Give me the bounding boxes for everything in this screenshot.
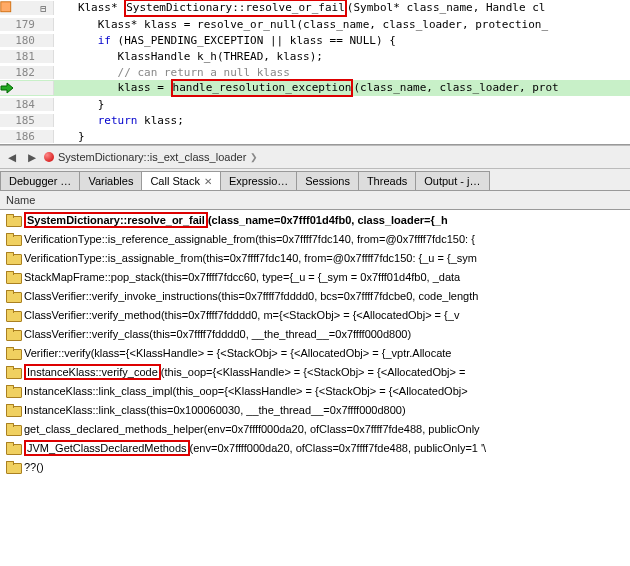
- stack-frame[interactable]: ClassVerifier::verify_method (this=0x7ff…: [0, 305, 630, 324]
- tab-callstack[interactable]: Call Stack✕: [141, 171, 221, 190]
- frame-function-name: Verifier::verify: [24, 347, 91, 359]
- code-text[interactable]: Klass* SystemDictionary::resolve_or_fail…: [54, 0, 630, 17]
- frame-function-name: JVM_GetClassDeclaredMethods: [24, 440, 190, 456]
- tab-close-icon[interactable]: ✕: [204, 176, 212, 187]
- stack-frame[interactable]: ClassVerifier::verify_class (this=0x7fff…: [0, 324, 630, 343]
- line-number: 181: [11, 50, 35, 63]
- nav-back-button[interactable]: ◄: [4, 149, 20, 165]
- code-text[interactable]: }: [54, 98, 630, 111]
- frame-folder-icon: [6, 233, 20, 244]
- frame-function-name: ??: [24, 461, 36, 473]
- code-editor[interactable]: ⊟ Klass* SystemDictionary::resolve_or_fa…: [0, 0, 630, 145]
- line-number: 182: [11, 66, 35, 79]
- breadcrumb-nav: ◄ ► SystemDictionary::is_ext_class_loade…: [0, 145, 630, 169]
- code-line[interactable]: 186 }: [0, 128, 630, 144]
- breakpoint-marker-icon: [44, 152, 54, 162]
- frame-folder-icon: [6, 309, 20, 320]
- chevron-right-icon[interactable]: ❯: [250, 152, 258, 162]
- frame-args: (this_oop={<KlassHandle> = {<StackObj> =…: [161, 366, 466, 378]
- frame-function-name: VerificationType::is_reference_assignabl…: [24, 233, 255, 245]
- frame-args: (this=0x7ffff7fdddd0, bcs=0x7ffff7fdcbe0…: [218, 290, 479, 302]
- frame-function-name: StackMapFrame::pop_stack: [24, 271, 161, 283]
- frame-function-name: InstanceKlass::verify_code: [24, 364, 161, 380]
- code-text[interactable]: // can return a null klass: [54, 66, 630, 79]
- frame-args: (env=0x7ffff000da20, ofClass=0x7ffff7fde…: [190, 442, 487, 454]
- stack-frame[interactable]: VerificationType::is_assignable_from (th…: [0, 248, 630, 267]
- frame-function-name: VerificationType::is_assignable_from: [24, 252, 203, 264]
- stack-frame[interactable]: JVM_GetClassDeclaredMethods (env=0x7ffff…: [0, 438, 630, 457]
- frame-args: (this_oop={<KlassHandle> = {<StackObj> =…: [173, 385, 468, 397]
- current-line-arrow-icon: [0, 81, 14, 95]
- line-number: 180: [11, 34, 35, 47]
- code-line[interactable]: 185 return klass;: [0, 112, 630, 128]
- stack-frame[interactable]: ?? (): [0, 457, 630, 476]
- tab-variables[interactable]: Variables: [79, 171, 142, 190]
- frame-args: (this=0x100060030, __the_thread__=0x7fff…: [146, 404, 405, 416]
- fold-toggle[interactable]: ⊟: [37, 3, 49, 14]
- code-line[interactable]: 184 }: [0, 96, 630, 112]
- code-text[interactable]: Klass* klass = resolve_or_null(class_nam…: [54, 18, 630, 31]
- frame-args: (env=0x7ffff000da20, ofClass=0x7ffff7fde…: [204, 423, 480, 435]
- stack-frame[interactable]: InstanceKlass::verify_code (this_oop={<K…: [0, 362, 630, 381]
- frame-args: (this=0x7ffff7fdcc60, type={_u = {_sym =…: [161, 271, 460, 283]
- code-text[interactable]: return klass;: [54, 114, 630, 127]
- debug-tabs: Debugger …VariablesCall Stack✕Expressio……: [0, 169, 630, 191]
- line-number: 185: [11, 114, 35, 127]
- frame-function-name: ClassVerifier::verify_method: [24, 309, 161, 321]
- frame-args: (klass={<KlassHandle> = {<StackObj> = {<…: [91, 347, 452, 359]
- frame-args: (this=0x7ffff7fdc140, from=@0x7ffff7fdc1…: [203, 252, 477, 264]
- code-text[interactable]: }: [54, 130, 630, 143]
- stack-frame[interactable]: StackMapFrame::pop_stack (this=0x7ffff7f…: [0, 267, 630, 286]
- code-line[interactable]: 180 if (HAS_PENDING_EXCEPTION || klass =…: [0, 32, 630, 48]
- frame-folder-icon: [6, 328, 20, 339]
- line-number: 186: [11, 130, 35, 143]
- stack-frame[interactable]: ClassVerifier::verify_invoke_instruction…: [0, 286, 630, 305]
- code-line[interactable]: 179 Klass* klass = resolve_or_null(class…: [0, 16, 630, 32]
- frame-args: (this=0x7ffff7fdddd0, __the_thread__=0x7…: [149, 328, 411, 340]
- stack-frame[interactable]: InstanceKlass::link_class_impl (this_oop…: [0, 381, 630, 400]
- frame-folder-icon: [6, 366, 20, 377]
- stack-frame[interactable]: get_class_declared_methods_helper (env=0…: [0, 419, 630, 438]
- stack-column-header[interactable]: Name: [0, 191, 630, 210]
- line-number: 179: [11, 18, 35, 31]
- code-text[interactable]: KlassHandle k_h(THREAD, klass);: [54, 50, 630, 63]
- frame-folder-icon: [6, 461, 20, 472]
- frame-function-name: ClassVerifier::verify_class: [24, 328, 149, 340]
- code-text[interactable]: if (HAS_PENDING_EXCEPTION || klass == NU…: [54, 34, 630, 47]
- code-line[interactable]: ⊟ Klass* SystemDictionary::resolve_or_fa…: [0, 0, 630, 16]
- code-text[interactable]: klass = handle_resolution_exception(clas…: [54, 79, 630, 97]
- tab-debugger[interactable]: Debugger …: [0, 171, 80, 190]
- code-line[interactable]: 182 // can return a null klass: [0, 64, 630, 80]
- frame-folder-icon: [6, 385, 20, 396]
- stack-frame[interactable]: Verifier::verify (klass={<KlassHandle> =…: [0, 343, 630, 362]
- code-line[interactable]: 181 KlassHandle k_h(THREAD, klass);: [0, 48, 630, 64]
- frame-function-name: ClassVerifier::verify_invoke_instruction…: [24, 290, 218, 302]
- frame-folder-icon: [6, 423, 20, 434]
- call-stack-list[interactable]: SystemDictionary::resolve_or_fail (class…: [0, 210, 630, 476]
- frame-function-name: InstanceKlass::link_class: [24, 404, 146, 416]
- frame-folder-icon: [6, 214, 20, 225]
- frame-folder-icon: [6, 252, 20, 263]
- frame-folder-icon: [6, 404, 20, 415]
- breadcrumb-label[interactable]: SystemDictionary::is_ext_class_loader: [58, 151, 246, 163]
- frame-folder-icon: [6, 442, 20, 453]
- frame-folder-icon: [6, 347, 20, 358]
- tab-expressio[interactable]: Expressio…: [220, 171, 297, 190]
- svg-rect-0: [1, 2, 11, 12]
- stack-frame[interactable]: VerificationType::is_reference_assignabl…: [0, 229, 630, 248]
- stack-frame[interactable]: SystemDictionary::resolve_or_fail (class…: [0, 210, 630, 229]
- code-line[interactable]: klass = handle_resolution_exception(clas…: [0, 80, 630, 96]
- tab-threads[interactable]: Threads: [358, 171, 416, 190]
- frame-function-name: InstanceKlass::link_class_impl: [24, 385, 173, 397]
- tab-sessions[interactable]: Sessions: [296, 171, 359, 190]
- tab-outputj[interactable]: Output - j…: [415, 171, 489, 190]
- frame-function-name: SystemDictionary::resolve_or_fail: [24, 212, 208, 228]
- frame-args: (this=0x7ffff7fdc140, from=@0x7ffff7fdc1…: [255, 233, 475, 245]
- stack-frame[interactable]: InstanceKlass::link_class (this=0x100060…: [0, 400, 630, 419]
- frame-folder-icon: [6, 271, 20, 282]
- breakpoint-icon[interactable]: [0, 1, 12, 15]
- line-number: 184: [11, 98, 35, 111]
- frame-args: (class_name=0x7fff01d4fb0, class_loader=…: [208, 214, 448, 226]
- nav-forward-button[interactable]: ►: [24, 149, 40, 165]
- frame-args: (this=0x7ffff7fdddd0, m={<StackObj> = {<…: [161, 309, 459, 321]
